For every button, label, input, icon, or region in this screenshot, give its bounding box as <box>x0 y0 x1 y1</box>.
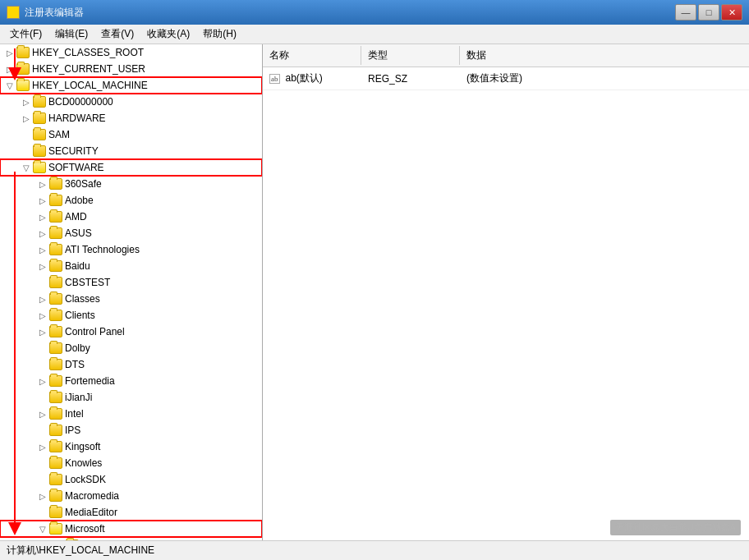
expand-ijianji[interactable]: ▷ <box>36 391 49 404</box>
label-dolby: Dolby <box>65 342 90 354</box>
label-hklm: HKEY_LOCAL_MACHINE <box>32 80 148 91</box>
minimize-button[interactable]: — <box>675 4 696 21</box>
expand-adobe[interactable]: ▷ <box>36 194 49 207</box>
expand-intel[interactable]: ▷ <box>36 407 49 420</box>
expand-hkcr[interactable]: ▷ <box>3 46 16 59</box>
tree-item-cbstest[interactable]: ▷ CBSTEST <box>0 274 262 291</box>
tree-item-hardware[interactable]: ▷ HARDWARE <box>0 110 262 126</box>
tree-item-knowles[interactable]: ▷ Knowles <box>0 455 262 471</box>
menu-bar: 文件(F) 编辑(E) 查看(V) 收藏夹(A) 帮助(H) <box>0 25 749 44</box>
tree-item-classes[interactable]: ▷ Classes <box>0 291 262 307</box>
watermark: 天涯社区@大白菜U盘启动盘A <box>610 520 741 535</box>
td-data: (数值未设置) <box>460 69 749 88</box>
expand-baidu[interactable]: ▷ <box>36 259 49 273</box>
tree-item-microsoft[interactable]: ▽ Microsoft <box>0 521 262 537</box>
expand-ati[interactable]: ▷ <box>36 243 49 256</box>
folder-icon-netframework <box>66 539 79 540</box>
tree-item-security[interactable]: ▷ SECURITY <box>0 143 262 159</box>
folder-icon-intel <box>49 408 62 420</box>
expand-kingsoft[interactable]: ▷ <box>36 440 49 453</box>
tree-item-macromedia[interactable]: ▷ Macromedia <box>0 488 262 504</box>
folder-icon-adobe <box>49 195 62 206</box>
tree-item-locksdk[interactable]: ▷ LockSDK <box>0 471 262 488</box>
tree-item-dts[interactable]: ▷ DTS <box>0 356 262 373</box>
expand-software[interactable]: ▽ <box>20 161 33 174</box>
tree-item-asus[interactable]: ▷ ASUS <box>0 225 262 241</box>
tree-item-cpanel[interactable]: ▷ Control Panel <box>0 324 262 340</box>
tree-item-bcd[interactable]: ▷ BCD00000000 <box>0 94 262 110</box>
folder-icon-classes <box>49 293 62 305</box>
tree-item-adobe[interactable]: ▷ Adobe <box>0 192 262 209</box>
table-row[interactable]: ab ab(默认) REG_SZ (数值未设置) <box>263 67 749 90</box>
tree-item-clients[interactable]: ▷ Clients <box>0 307 262 324</box>
tree-item-intel[interactable]: ▷ Intel <box>0 406 262 422</box>
th-name: 名称 <box>263 46 361 65</box>
expand-netframework[interactable]: ▷ <box>53 539 66 540</box>
tree-item-ati[interactable]: ▷ ATI Technologies <box>0 241 262 258</box>
expand-fortemedia[interactable]: ▷ <box>36 374 49 388</box>
menu-edit[interactable]: 编辑(E) <box>48 25 94 43</box>
expand-amd[interactable]: ▷ <box>36 210 49 223</box>
label-classes: Classes <box>65 293 100 305</box>
folder-icon-fortemedia <box>49 375 62 387</box>
tree-item-dolby[interactable]: ▷ Dolby <box>0 340 262 356</box>
folder-icon-hkcu <box>16 63 30 75</box>
menu-view[interactable]: 查看(V) <box>94 25 140 43</box>
main-container: ▷ HKEY_CLASSES_ROOT ▷ HKEY_CURRENT_USER … <box>0 44 749 540</box>
menu-file[interactable]: 文件(F) <box>3 25 48 43</box>
expand-classes[interactable]: ▷ <box>36 292 49 305</box>
expand-knowles[interactable]: ▷ <box>36 457 49 470</box>
status-bar: 计算机\HKEY_LOCAL_MACHINE <box>0 540 749 560</box>
expand-bcd[interactable]: ▷ <box>20 95 33 108</box>
expand-360safe[interactable]: ▷ <box>36 177 49 190</box>
menu-favorites[interactable]: 收藏夹(A) <box>140 25 196 43</box>
tree-item-baidu[interactable]: ▷ Baidu <box>0 258 262 274</box>
tree-item-kingsoft[interactable]: ▷ Kingsoft <box>0 438 262 455</box>
expand-hkcu[interactable]: ▷ <box>3 62 16 76</box>
close-button[interactable]: ✕ <box>721 4 742 21</box>
label-netframework: .NETFramework <box>81 539 153 540</box>
tree-item-fortemedia[interactable]: ▷ Fortemedia <box>0 373 262 389</box>
expand-security[interactable]: ▷ <box>20 145 33 158</box>
expand-dts[interactable]: ▷ <box>36 358 49 371</box>
tree-item-hkcu[interactable]: ▷ HKEY_CURRENT_USER <box>0 61 262 77</box>
expand-dolby[interactable]: ▷ <box>36 342 49 355</box>
expand-cbstest[interactable]: ▷ <box>36 276 49 289</box>
th-type: 类型 <box>361 46 460 65</box>
expand-locksdk[interactable]: ▷ <box>36 473 49 486</box>
maximize-button[interactable]: □ <box>698 4 719 21</box>
tree-item-hklm[interactable]: ▽ HKEY_LOCAL_MACHINE <box>0 77 262 94</box>
tree-item-mediaeditor[interactable]: ▷ MediaEditor <box>0 504 262 521</box>
tree-item-amd[interactable]: ▷ AMD <box>0 209 262 225</box>
folder-icon-ati <box>49 244 62 255</box>
expand-asus[interactable]: ▷ <box>36 227 49 240</box>
folder-icon-sam <box>33 129 46 140</box>
tree-item-sam[interactable]: ▷ SAM <box>0 126 262 143</box>
tree-item-ijianji[interactable]: ▷ iJianJi <box>0 389 262 406</box>
label-microsoft: Microsoft <box>65 523 105 535</box>
expand-ips[interactable]: ▷ <box>36 424 49 437</box>
expand-mediaeditor[interactable]: ▷ <box>36 506 49 519</box>
expand-hklm[interactable]: ▽ <box>3 79 16 92</box>
expand-sam[interactable]: ▷ <box>20 128 33 141</box>
expand-hardware[interactable]: ▷ <box>20 112 33 125</box>
folder-icon-dts <box>49 359 62 370</box>
expand-macromedia[interactable]: ▷ <box>36 489 49 503</box>
tree-item-hkcr[interactable]: ▷ HKEY_CLASSES_ROOT <box>0 44 262 61</box>
label-bcd: BCD00000000 <box>48 96 113 108</box>
folder-icon-clients <box>49 310 62 321</box>
tree-item-360safe[interactable]: ▷ 360Safe <box>0 176 262 192</box>
expand-microsoft[interactable]: ▽ <box>36 522 49 535</box>
menu-help[interactable]: 帮助(H) <box>196 25 243 43</box>
folder-icon-cbstest <box>49 277 62 288</box>
label-amd: AMD <box>65 211 87 223</box>
tree-item-netframework[interactable]: ▷ .NETFramework <box>0 537 262 540</box>
window-title: 注册表编辑器 <box>25 6 670 20</box>
folder-icon-locksdk <box>49 474 62 485</box>
expand-clients[interactable]: ▷ <box>36 309 49 322</box>
label-intel: Intel <box>65 408 84 420</box>
tree-item-ips[interactable]: ▷ IPS <box>0 422 262 438</box>
expand-cpanel[interactable]: ▷ <box>36 325 49 338</box>
right-panel: 名称 类型 数据 ab ab(默认) REG_SZ (数值未设置) <box>263 44 749 540</box>
tree-item-software[interactable]: ▽ SOFTWARE <box>0 159 262 176</box>
